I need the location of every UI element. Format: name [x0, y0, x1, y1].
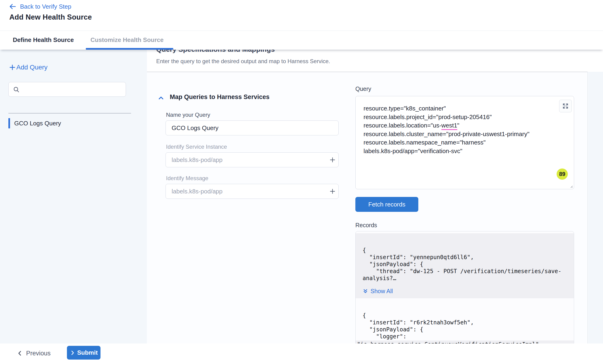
query-sidebar: Add Query GCO Logs Query: [0, 50, 147, 343]
expand-query-button[interactable]: [559, 100, 572, 112]
query-search-box: [8, 82, 126, 97]
resize-handle[interactable]: [569, 184, 573, 188]
add-service-instance-path-button[interactable]: [327, 155, 338, 165]
record-item-2[interactable]: { "insertId": "r6rk2tnah3owf5eh", "jsonP…: [356, 312, 474, 340]
show-all-link[interactable]: Show All: [363, 288, 569, 295]
record-item-1[interactable]: { "insertId": "yennepun0qtd6ll6", "jsonP…: [356, 233, 574, 298]
query-line: labels.k8s-pod/app="verification-svc": [363, 147, 557, 155]
double-chevron-down-icon: [363, 288, 368, 294]
record-2-clipped-line: "io.harness.service.ContinuousVerificati…: [356, 341, 574, 343]
query-input-area[interactable]: resource.type="k8s_container" resource.l…: [355, 96, 574, 189]
records-panel: { "insertId": "yennepun0qtd6ll6", "jsonP…: [355, 231, 574, 343]
sidebar-divider: [8, 113, 131, 114]
chevron-right-icon: [70, 350, 75, 356]
chevron-left-icon: [17, 350, 23, 356]
query-item-label: GCO Logs Query: [14, 120, 61, 127]
content-area: Add Query GCO Logs Query Query Specifica…: [0, 50, 603, 343]
selected-query-indicator: [8, 118, 10, 128]
add-query-button[interactable]: Add Query: [9, 64, 47, 71]
back-link[interactable]: Back to Verify Step: [9, 3, 71, 10]
query-line: resource.labels.location="us-west1": [363, 121, 557, 130]
query-line: resource.type="k8s_container": [363, 104, 557, 113]
page-title: Add New Health Source: [9, 13, 92, 22]
panel-right-margin: [588, 72, 603, 343]
char-count-badge: 89: [557, 169, 568, 180]
show-all-label: Show All: [371, 288, 393, 295]
query-list-item-gco-logs[interactable]: GCO Logs Query: [8, 118, 139, 129]
plus-icon: [9, 64, 16, 71]
query-line: resource.labels.cluster_name="prod-priva…: [363, 130, 557, 138]
tab-customize-health-source[interactable]: Customize Health Source: [91, 36, 164, 44]
service-instance-label: Identify Service Instance: [166, 144, 227, 150]
submit-label: Submit: [77, 349, 98, 356]
identify-message-input[interactable]: [166, 184, 338, 199]
header: Back to Verify Step Add New Health Sourc…: [0, 0, 603, 31]
spellcheck-underline: west1: [441, 122, 457, 130]
section-title: Query Specifications and Mappings: [156, 50, 275, 53]
tab-bar: Define Health Source Customize Health So…: [0, 31, 603, 50]
submit-button[interactable]: Submit: [67, 346, 101, 360]
back-arrow-icon: [9, 3, 16, 10]
add-query-label: Add Query: [16, 64, 47, 71]
query-line: resource.labels.namespace_name="harness": [363, 138, 557, 147]
section-subtitle: Enter the query to get the desired outpu…: [156, 58, 330, 65]
query-label: Query: [355, 86, 371, 92]
record-1-json: { "insertId": "yennepun0qtd6ll6", "jsonP…: [363, 247, 569, 282]
add-message-path-button[interactable]: [327, 186, 338, 196]
previous-button[interactable]: Previous: [17, 346, 51, 360]
expand-icon: [562, 103, 569, 109]
tab-define-health-source[interactable]: Define Health Source: [13, 36, 74, 44]
query-line: resource.labels.project_id="prod-setup-2…: [363, 113, 557, 121]
main-area: Query Specifications and Mappings Enter …: [147, 50, 603, 343]
add-health-source-page: Back to Verify Step Add New Health Sourc…: [0, 0, 603, 364]
back-link-label: Back to Verify Step: [20, 3, 71, 10]
search-icon: [13, 86, 20, 93]
query-specifications-panel: Map Queries to Harness Services Name you…: [147, 72, 588, 343]
chevron-up-icon[interactable]: [158, 95, 164, 101]
map-queries-title: Map Queries to Harness Services: [170, 93, 269, 101]
identify-message-label: Identify Message: [166, 175, 208, 182]
footer-bar: Previous Submit: [0, 343, 603, 364]
service-instance-input[interactable]: [166, 152, 338, 167]
active-tab-indicator: [86, 48, 173, 50]
query-search-input[interactable]: [23, 82, 126, 96]
previous-label: Previous: [26, 350, 51, 357]
fetch-records-button[interactable]: Fetch records: [355, 197, 418, 212]
name-query-input[interactable]: [166, 121, 338, 135]
records-label: Records: [355, 222, 377, 229]
name-query-label: Name your Query: [166, 112, 210, 118]
